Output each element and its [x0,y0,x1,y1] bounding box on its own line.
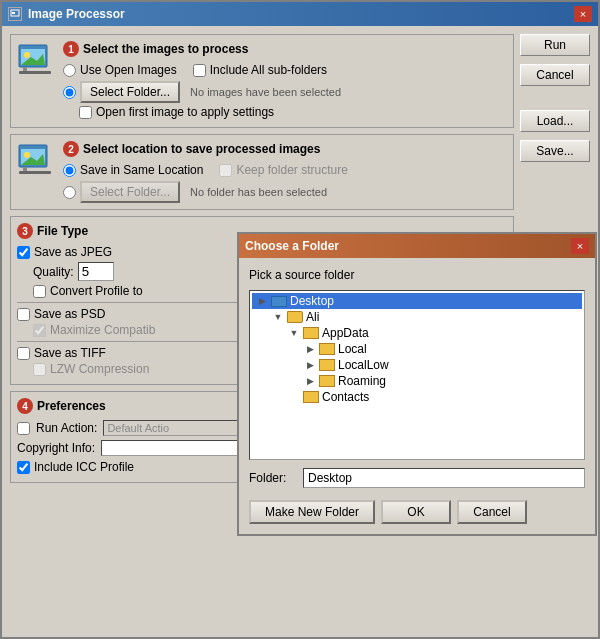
select-save-folder-radio[interactable] [63,186,76,199]
tree-item-local[interactable]: ▶ Local [252,341,582,357]
section1-header: 1 Select the images to process [63,41,507,57]
expander-ali: ▼ [272,311,284,323]
section2-header: 2 Select location to save processed imag… [63,141,507,157]
section2-number: 2 [63,141,79,157]
section-location: 2 Select location to save processed imag… [10,134,514,210]
tree-item-ali[interactable]: ▼ Ali [252,309,582,325]
dialog-title-bar: Choose a Folder × [239,234,595,258]
select-folder-radio[interactable] [63,86,76,99]
folder-icon-contacts [303,391,319,403]
section1-body: 1 Select the images to process Use Open … [63,41,507,121]
include-icc-checkbox[interactable] [17,461,30,474]
folder-input[interactable] [303,468,585,488]
window-title: Image Processor [28,7,125,21]
convert-profile-label: Convert Profile to [50,284,143,298]
section4-title: Preferences [37,399,106,413]
expander-appdata: ▼ [288,327,300,339]
section1-title: Select the images to process [83,42,248,56]
section1-row: 1 Select the images to process Use Open … [17,41,507,121]
folder-tree[interactable]: ▶ Desktop ▼ Ali ▼ AppData [249,290,585,460]
section2-row: 2 Select location to save processed imag… [17,141,507,203]
use-open-images-label: Use Open Images [80,63,177,77]
save-same-label: Save in Same Location [80,163,203,177]
use-open-images-row: Use Open Images Include All sub-folders [63,63,507,77]
expander-local: ▶ [304,343,316,355]
folder-input-label: Folder: [249,471,297,485]
dialog-ok-button[interactable]: OK [381,500,451,524]
select-save-folder-button[interactable]: Select Folder... [80,181,180,203]
load-button[interactable]: Load... [520,110,590,132]
svg-point-4 [24,52,30,58]
app-icon [8,7,22,21]
save-tiff-checkbox[interactable] [17,347,30,360]
dialog-pick-label: Pick a source folder [249,268,585,282]
save-psd-label: Save as PSD [34,307,105,321]
expander-locallow: ▶ [304,359,316,371]
tree-item-appdata[interactable]: ▼ AppData [252,325,582,341]
select-folder-row: Select Folder... No images have been sel… [63,81,507,103]
expander-contacts [288,391,300,403]
tree-item-roaming[interactable]: ▶ Roaming [252,373,582,389]
run-action-checkbox[interactable] [17,422,30,435]
save-same-row: Save in Same Location Keep folder struct… [63,163,507,177]
save-tiff-label: Save as TIFF [34,346,106,360]
tree-label-roaming: Roaming [338,374,386,388]
make-new-folder-button[interactable]: Make New Folder [249,500,375,524]
no-folder-text: No folder has been selected [190,186,327,198]
dialog-body: Pick a source folder ▶ Desktop ▼ Ali ▼ [239,258,595,534]
copyright-label: Copyright Info: [17,441,95,455]
save-jpeg-label: Save as JPEG [34,245,112,259]
keep-structure-label: Keep folder structure [236,163,347,177]
main-window: Image Processor × [0,0,600,639]
title-bar-left: Image Processor [8,7,125,21]
keep-structure-checkbox[interactable] [219,164,232,177]
maximize-compat-label: Maximize Compatib [50,323,155,337]
quality-label: Quality: [33,265,74,279]
tree-item-desktop[interactable]: ▶ Desktop [252,293,582,309]
section1-number: 1 [63,41,79,57]
select-folder-button[interactable]: Select Folder... [80,81,180,103]
section3-title: File Type [37,224,88,238]
use-open-images-radio[interactable] [63,64,76,77]
run-action-label: Run Action: [36,421,97,435]
tree-label-contacts: Contacts [322,390,369,404]
dialog-close-button[interactable]: × [571,238,589,254]
include-subfolders-checkbox[interactable] [193,64,206,77]
lzw-checkbox[interactable] [33,363,46,376]
save-psd-checkbox[interactable] [17,308,30,321]
expander-roaming: ▶ [304,375,316,387]
dialog-cancel-button[interactable]: Cancel [457,500,527,524]
svg-rect-1 [12,12,15,14]
window-close-button[interactable]: × [574,6,592,22]
images-icon [17,41,53,77]
save-jpeg-checkbox[interactable] [17,246,30,259]
include-subfolders-label: Include All sub-folders [210,63,327,77]
open-first-row: Open first image to apply settings [63,105,507,119]
convert-profile-checkbox[interactable] [33,285,46,298]
run-button[interactable]: Run [520,34,590,56]
save-same-radio[interactable] [63,164,76,177]
cancel-button[interactable]: Cancel [520,64,590,86]
tree-label-appdata: AppData [322,326,369,340]
lzw-label: LZW Compression [50,362,149,376]
section3-number: 3 [17,223,33,239]
dialog-buttons: Make New Folder OK Cancel [249,496,585,524]
maximize-compat-checkbox[interactable] [33,324,46,337]
choose-folder-dialog: Choose a Folder × Pick a source folder ▶… [237,232,597,536]
title-bar: Image Processor × [2,2,598,26]
folder-icon-appdata [303,327,319,339]
location-icon [17,141,53,177]
dialog-title: Choose a Folder [245,239,339,253]
section-images: 1 Select the images to process Use Open … [10,34,514,128]
save-button[interactable]: Save... [520,140,590,162]
tree-label-locallow: LocalLow [338,358,389,372]
section2-body: 2 Select location to save processed imag… [63,141,507,203]
tree-item-contacts[interactable]: Contacts [252,389,582,405]
quality-input[interactable] [78,262,114,281]
svg-point-10 [24,152,30,158]
open-first-checkbox[interactable] [79,106,92,119]
folder-icon-roaming [319,375,335,387]
tree-label-desktop: Desktop [290,294,334,308]
tree-item-locallow[interactable]: ▶ LocalLow [252,357,582,373]
include-icc-label: Include ICC Profile [34,460,134,474]
